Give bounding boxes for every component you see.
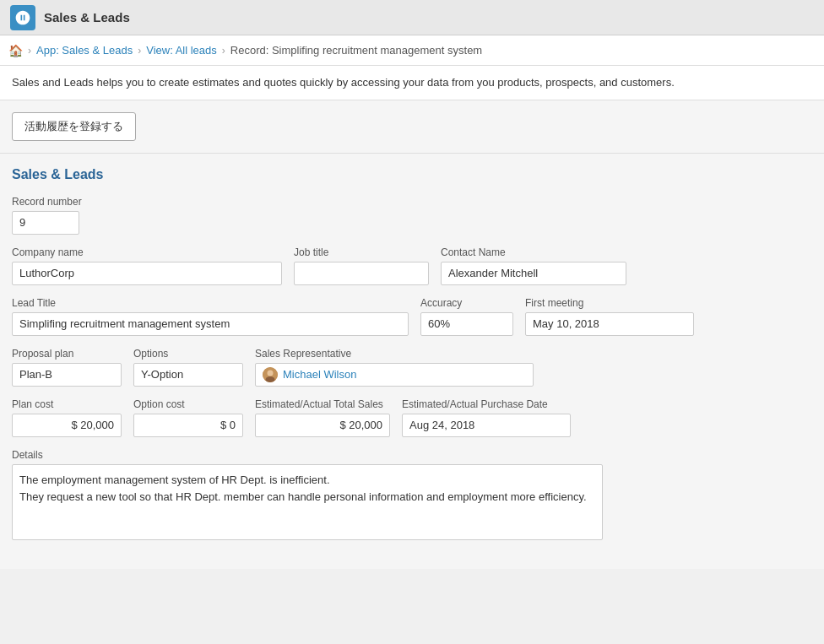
job-title-input[interactable] [294,262,429,285]
breadcrumb-view-link[interactable]: View: All leads [146,44,217,57]
form-group-option-cost: Option cost [133,398,243,437]
contact-name-input[interactable] [441,262,626,285]
company-name-label: Company name [12,246,282,258]
plan-cost-input[interactable] [12,414,122,437]
breadcrumb: 🏠 › App: Sales & Leads › View: All leads… [0,35,824,66]
sales-rep-name[interactable]: Michael Wilson [283,368,356,381]
purchase-date-label: Estimated/Actual Purchase Date [402,398,571,410]
form-group-sales-rep: Sales Representative Michael Wilson [255,348,534,387]
form-group-first-meeting: First meeting [525,297,694,336]
total-sales-input[interactable] [255,414,390,437]
form-group-company: Company name [12,246,282,285]
record-number-input[interactable] [12,211,79,235]
form-row-record: Record number [12,196,812,235]
proposal-plan-input[interactable] [12,363,122,387]
form-group-proposal-plan: Proposal plan [12,348,122,387]
action-bar: 活動履歴を登録する [0,100,824,154]
form-group-options: Options [133,348,243,387]
breadcrumb-sep-1: › [28,45,31,57]
option-cost-label: Option cost [133,398,243,410]
form-row-details: Details [12,449,812,540]
plan-cost-label: Plan cost [12,398,122,410]
accuracy-label: Accuracy [420,297,513,309]
breadcrumb-sep-2: › [138,45,141,57]
lead-title-input[interactable] [12,312,409,336]
options-input[interactable] [133,363,243,387]
breadcrumb-app-link[interactable]: App: Sales & Leads [36,44,133,57]
form-row-plan: Proposal plan Options Sales Representati… [12,348,812,387]
proposal-plan-label: Proposal plan [12,348,122,360]
accuracy-input[interactable] [420,312,513,336]
form-group-total-sales: Estimated/Actual Total Sales [255,398,390,437]
app-title: Sales & Leads [44,10,130,24]
form-section: Record number Company name Job title Con… [12,196,812,540]
sales-rep-label: Sales Representative [255,348,534,360]
home-icon[interactable]: 🏠 [8,44,23,57]
details-label: Details [12,449,603,461]
info-text: Sales and Leads helps you to create esti… [12,76,675,89]
app-icon [10,5,35,30]
form-group-purchase-date: Estimated/Actual Purchase Date [402,398,571,437]
form-group-lead-title: Lead Title [12,297,409,336]
first-meeting-input[interactable] [525,312,694,336]
section-title: Sales & Leads [12,167,812,182]
details-textarea[interactable] [12,464,603,540]
options-label: Options [133,348,243,360]
option-cost-input[interactable] [133,414,243,437]
breadcrumb-sep-3: › [222,45,225,57]
form-group-accuracy: Accuracy [420,297,513,336]
form-group-job: Job title [294,246,429,285]
main-content: Sales & Leads Record number Company name… [0,154,824,569]
svg-point-1 [268,370,274,376]
lead-title-label: Lead Title [12,297,409,309]
form-group-plan-cost: Plan cost [12,398,122,437]
info-bar: Sales and Leads helps you to create esti… [0,66,824,100]
form-row-lead: Lead Title Accuracy First meeting [12,297,812,336]
job-title-label: Job title [294,246,429,258]
sales-rep-avatar [263,367,278,382]
purchase-date-input[interactable] [402,414,571,437]
app-header: Sales & Leads [0,0,824,35]
breadcrumb-record: Record: Simplifing recruitment managemen… [230,44,482,57]
total-sales-label: Estimated/Actual Total Sales [255,398,390,410]
form-group-contact: Contact Name [441,246,626,285]
form-row-costs: Plan cost Option cost Estimated/Actual T… [12,398,812,437]
sales-rep-container[interactable]: Michael Wilson [255,363,534,387]
log-activity-button[interactable]: 活動履歴を登録する [12,112,136,141]
form-group-record-number: Record number [12,196,82,235]
company-name-input[interactable] [12,262,282,285]
record-number-label: Record number [12,196,82,208]
form-row-company: Company name Job title Contact Name [12,246,812,285]
form-group-details: Details [12,449,603,540]
contact-name-label: Contact Name [441,246,626,258]
first-meeting-label: First meeting [525,297,694,309]
